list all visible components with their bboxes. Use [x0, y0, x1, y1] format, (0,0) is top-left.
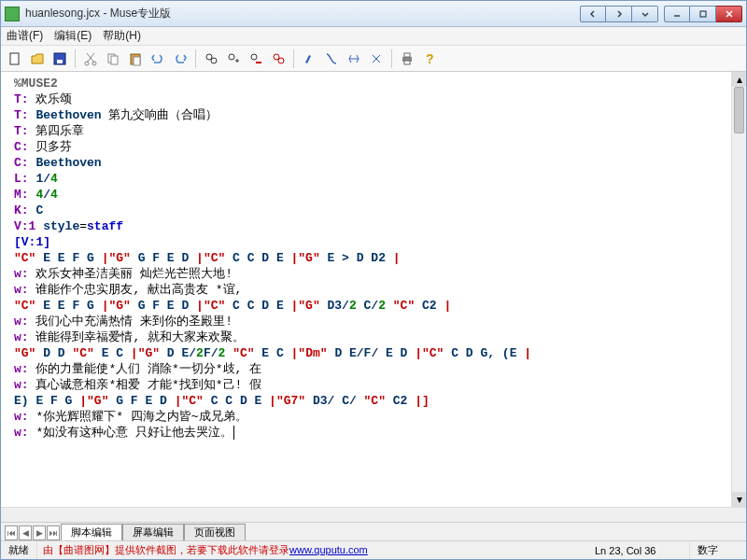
tool3-icon[interactable] [366, 49, 387, 69]
paste-icon[interactable] [125, 49, 146, 69]
dropdown-button[interactable] [632, 6, 658, 22]
print-icon[interactable] [397, 49, 417, 69]
svg-point-13 [251, 54, 257, 60]
separator [75, 49, 76, 68]
tool2-icon[interactable] [344, 49, 364, 69]
scroll-thumb[interactable] [734, 87, 744, 133]
separator [195, 49, 196, 68]
tab-next-icon[interactable]: ▶ [33, 525, 46, 540]
menu-file[interactable]: 曲谱(F) [7, 28, 43, 44]
titlebar: huanlesong.jcx - Muse专业版 [1, 1, 746, 27]
svg-point-12 [229, 54, 234, 60]
prev-button[interactable] [580, 6, 606, 22]
status-ready: 就绪 [1, 541, 37, 559]
menubar: 曲谱(F) 编辑(E) 帮助(H) [1, 27, 746, 46]
svg-point-11 [211, 58, 217, 63]
tool1-icon[interactable] [321, 49, 342, 69]
menu-help[interactable]: 帮助(H) [103, 28, 141, 44]
code-editor[interactable]: %MUSE2 T: 欢乐颂 T: Beethoven 第九交响曲（合唱） T: … [1, 72, 731, 507]
status-message: 由【曲谱图网】提供软件截图，若要下载此软件请登录www.quputu.com [37, 543, 587, 557]
marker-icon[interactable] [299, 49, 319, 69]
cut-icon[interactable] [80, 49, 101, 69]
editor-area: %MUSE2 T: 欢乐颂 T: Beethoven 第九交响曲（合唱） T: … [1, 72, 746, 507]
svg-point-15 [278, 58, 284, 63]
redo-icon[interactable] [170, 49, 190, 69]
svg-rect-3 [57, 60, 63, 63]
app-icon [5, 7, 20, 21]
minimize-button[interactable] [664, 6, 690, 22]
toolbar: ? [1, 46, 746, 72]
tab-last-icon[interactable]: ⏭ [47, 525, 60, 540]
tab-screen-edit[interactable]: 屏幕编辑 [122, 524, 184, 540]
replace-icon[interactable] [246, 49, 266, 69]
new-icon[interactable] [5, 49, 25, 69]
copy-icon[interactable] [103, 49, 123, 69]
tab-script-edit[interactable]: 脚本编辑 [61, 524, 122, 540]
scroll-down-icon[interactable]: ▾ [732, 492, 746, 507]
close-button[interactable] [716, 6, 742, 22]
next-button[interactable] [606, 6, 632, 22]
svg-rect-1 [10, 53, 19, 64]
svg-rect-18 [404, 61, 410, 64]
maximize-button[interactable] [690, 6, 716, 22]
svg-rect-17 [404, 53, 410, 57]
svg-rect-7 [111, 56, 118, 64]
save-icon[interactable] [49, 49, 70, 69]
status-position: Ln 23, Col 36 [587, 541, 690, 559]
statusbar: 就绪 由【曲谱图网】提供软件截图，若要下载此软件请登录www.quputu.co… [1, 540, 746, 559]
status-mode: 数字 [690, 541, 746, 559]
app-window: huanlesong.jcx - Muse专业版 曲谱(F) 编辑(E) 帮助(… [0, 0, 747, 560]
tab-bar: ⏮ ◀ ▶ ⏭ 脚本编辑 屏幕编辑 页面视图 [1, 522, 746, 540]
window-title: huanlesong.jcx - Muse专业版 [25, 6, 580, 21]
horizontal-scrollbar[interactable] [1, 507, 746, 522]
tab-page-view[interactable]: 页面视图 [184, 524, 246, 540]
separator [391, 49, 392, 68]
svg-rect-9 [134, 57, 140, 65]
tab-first-icon[interactable]: ⏮ [5, 525, 18, 540]
separator [293, 49, 294, 68]
svg-rect-0 [700, 11, 706, 17]
svg-text:?: ? [426, 51, 434, 66]
find-red-icon[interactable] [268, 49, 289, 69]
find-next-icon[interactable] [223, 49, 244, 69]
open-icon[interactable] [27, 49, 48, 69]
menu-edit[interactable]: 编辑(E) [54, 28, 92, 44]
help-icon[interactable]: ? [419, 49, 440, 69]
status-link[interactable]: www.quputu.com [289, 544, 368, 555]
vertical-scrollbar[interactable]: ▴ ▾ [731, 72, 746, 507]
find-icon[interactable] [201, 49, 221, 69]
window-controls [580, 6, 742, 22]
undo-icon[interactable] [148, 49, 168, 69]
tab-prev-icon[interactable]: ◀ [19, 525, 32, 540]
scroll-up-icon[interactable]: ▴ [732, 72, 746, 87]
